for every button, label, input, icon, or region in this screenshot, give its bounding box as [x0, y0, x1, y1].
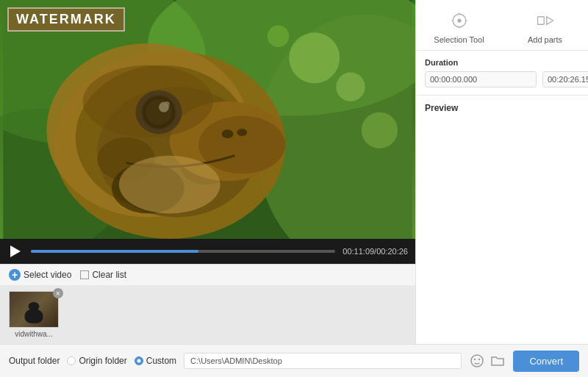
custom-folder-radio[interactable] [135, 356, 143, 365]
right-tools: Selection Tool Add parts [416, 0, 588, 51]
output-path-input[interactable] [184, 353, 462, 369]
svg-point-7 [268, 25, 290, 47]
right-panel: Selection Tool Add parts Duration Prev [415, 0, 588, 344]
add-parts-button[interactable]: Add parts [502, 6, 588, 47]
output-footer: Output folder Origin folder Custom Conve… [0, 344, 588, 377]
svg-point-33 [457, 18, 461, 22]
selection-tool-icon [448, 9, 471, 32]
svg-point-37 [474, 359, 476, 360]
svg-point-17 [198, 116, 285, 174]
svg-point-8 [362, 112, 398, 148]
folder-icon[interactable] [490, 353, 506, 369]
custom-folder-option[interactable]: Custom [135, 356, 176, 366]
svg-point-24 [119, 156, 220, 214]
footer-icons [469, 353, 506, 369]
watermark-text: WATERMARK [7, 7, 125, 32]
checkbox-icon [80, 270, 89, 279]
duration-start-input[interactable] [425, 71, 537, 87]
preview-section: Preview [416, 96, 588, 344]
origin-folder-label: Origin folder [79, 356, 126, 366]
svg-point-5 [289, 32, 340, 83]
selection-tool-label: Selection Tool [434, 35, 484, 44]
svg-point-38 [478, 359, 480, 360]
thumb-image [9, 291, 59, 328]
frog-scene [0, 0, 415, 239]
output-folder-label: Output folder [9, 356, 60, 366]
svg-point-25 [83, 65, 213, 137]
svg-marker-35 [546, 17, 553, 25]
time-display: 00:11:09/00:20:26 [343, 247, 408, 256]
bottom-toolbar: + Select video Clear list [0, 264, 415, 285]
duration-end-input[interactable] [542, 71, 588, 87]
main-area: WATERMARK 00:11:09/00:20:26 + Select vid… [0, 0, 588, 344]
video-controls: 00:11:09/00:20:26 [0, 239, 415, 264]
origin-folder-radio[interactable] [67, 356, 76, 365]
origin-folder-option[interactable]: Origin folder [67, 356, 126, 366]
select-video-label: Select video [24, 270, 71, 280]
clear-list-label: Clear list [92, 270, 126, 280]
svg-point-27 [237, 129, 247, 136]
add-parts-label: Add parts [528, 35, 562, 44]
play-button[interactable] [7, 243, 24, 259]
video-placeholder: WATERMARK [0, 0, 415, 239]
add-parts-icon [534, 9, 557, 32]
thumb-label: vidwithwa... [9, 330, 59, 338]
thumb-close-button[interactable]: × [53, 288, 63, 298]
progress-fill [31, 250, 198, 253]
clear-list-button[interactable]: Clear list [80, 270, 126, 280]
duration-title: Duration [425, 58, 579, 67]
video-panel: WATERMARK 00:11:09/00:20:26 + Select vid… [0, 0, 415, 344]
convert-button[interactable]: Convert [513, 351, 579, 372]
progress-bar[interactable] [31, 250, 335, 253]
duration-section: Duration [416, 51, 588, 96]
selection-tool-button[interactable]: Selection Tool [416, 6, 502, 47]
play-icon [10, 245, 21, 257]
preview-title: Preview [425, 103, 579, 113]
svg-point-6 [336, 72, 365, 101]
video-content: WATERMARK [0, 0, 415, 239]
thumbnail-area: × vidwithwa... [0, 285, 415, 344]
svg-rect-34 [537, 17, 544, 25]
duration-inputs [425, 71, 579, 87]
select-video-button[interactable]: + Select video [9, 269, 71, 281]
svg-point-36 [471, 355, 483, 367]
svg-point-26 [222, 129, 234, 138]
thumbnail-item[interactable]: × vidwithwa... [9, 291, 60, 338]
plus-icon: + [9, 269, 21, 281]
custom-folder-label: Custom [146, 356, 176, 366]
emoji-icon[interactable] [469, 353, 485, 369]
